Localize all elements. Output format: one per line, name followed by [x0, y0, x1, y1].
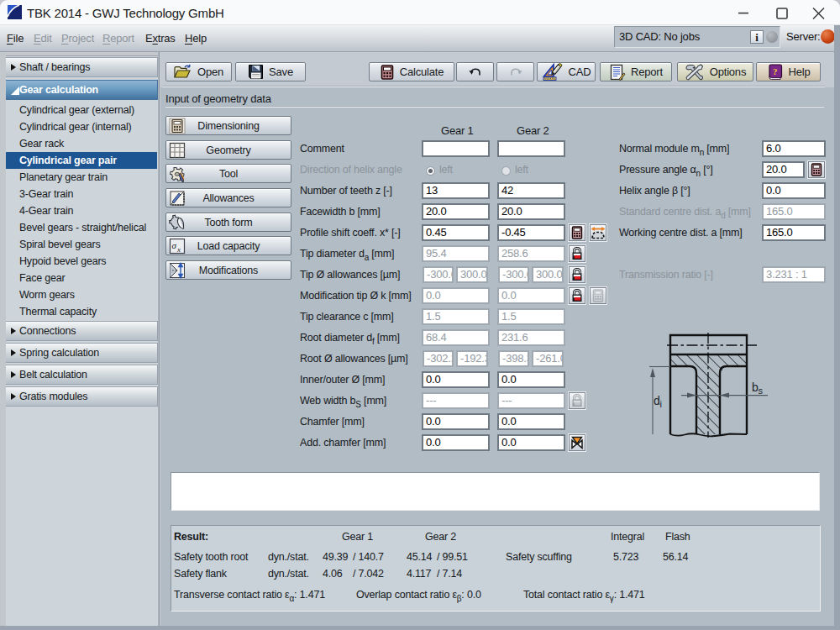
svg-text:bs: bs	[752, 381, 764, 396]
svg-text:?: ?	[773, 66, 777, 76]
svg-text:di: di	[654, 394, 662, 409]
